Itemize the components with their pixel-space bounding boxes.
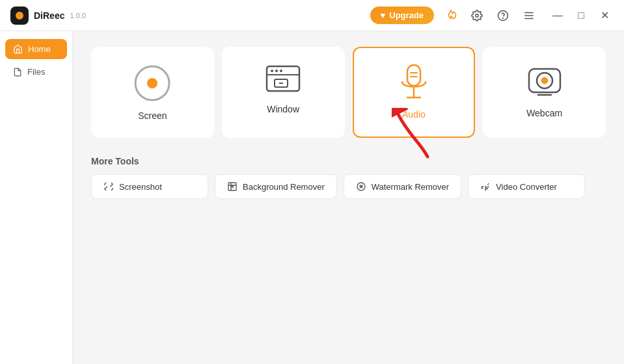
card-webcam-label: Webcam [526, 108, 562, 118]
tool-screenshot-label: Screenshot [119, 182, 162, 192]
card-webcam[interactable]: Webcam [483, 47, 606, 138]
sidebar: Home Files [0, 31, 73, 364]
bg-remover-icon [227, 181, 237, 192]
title-bar: DiReec 1.0.0 ♥ Upgrade [0, 0, 624, 31]
upgrade-button[interactable]: ♥ Upgrade [370, 6, 434, 24]
svg-point-0 [476, 14, 479, 17]
card-window-label: Window [267, 104, 299, 114]
tool-screenshot[interactable]: Screenshot [91, 174, 208, 199]
app-logo: DiReec 1.0.0 [10, 6, 370, 25]
tool-video-converter-label: Video Converter [496, 182, 557, 192]
window-controls: — □ ✕ [549, 6, 614, 25]
tool-bg-remover-label: Background Remover [243, 182, 325, 192]
tool-bg-remover[interactable]: Background Remover [215, 174, 337, 199]
svg-line-26 [111, 185, 112, 187]
menu-icon-button[interactable] [520, 6, 538, 25]
audio-icon [398, 64, 429, 101]
watermark-remover-icon [356, 181, 366, 192]
card-screen-label: Screen [138, 110, 167, 121]
files-icon [13, 68, 22, 77]
sidebar-item-home[interactable]: Home [5, 39, 67, 59]
minimize-button[interactable]: — [549, 6, 567, 25]
svg-point-11 [280, 70, 282, 72]
settings-icon-button[interactable] [468, 6, 486, 25]
cards-row: Screen Window [91, 47, 606, 138]
card-audio[interactable]: Audio [353, 47, 476, 138]
sidebar-item-files[interactable]: Files [5, 62, 67, 82]
tool-video-converter[interactable]: Video Converter [468, 174, 585, 199]
sidebar-home-label: Home [28, 44, 51, 54]
screen-icon [133, 64, 172, 103]
sidebar-files-label: Files [27, 67, 45, 77]
card-window[interactable]: Window [222, 47, 345, 138]
card-audio-label: Audio [402, 109, 426, 120]
video-converter-icon [480, 181, 491, 192]
card-screen[interactable]: Screen [91, 47, 214, 138]
logo-dot [16, 12, 23, 20]
svg-point-22 [541, 77, 548, 84]
help-icon-button[interactable] [494, 6, 512, 25]
tools-grid: Screenshot Background Remover [91, 174, 606, 199]
tool-watermark-remover-label: Watermark Remover [372, 182, 449, 192]
more-tools-label: More Tools [91, 156, 606, 166]
logo-icon [10, 6, 29, 25]
webcam-icon [525, 64, 564, 100]
svg-point-9 [271, 70, 273, 72]
main-layout: Home Files Screen [0, 31, 624, 364]
tool-watermark-remover[interactable]: Watermark Remover [344, 174, 461, 199]
more-tools-section: More Tools Screenshot [91, 156, 606, 199]
svg-rect-15 [407, 65, 420, 86]
svg-point-10 [275, 70, 278, 72]
window-icon [264, 64, 302, 96]
svg-line-25 [105, 187, 107, 188]
title-bar-actions: ♥ Upgrade [370, 6, 614, 25]
content-area: Screen Window [73, 31, 624, 364]
svg-point-7 [147, 78, 157, 88]
heart-icon: ♥ [381, 10, 386, 20]
screenshot-icon [103, 181, 114, 192]
flame-icon-button[interactable] [442, 6, 460, 25]
app-version: 1.0.0 [70, 12, 85, 20]
home-icon [13, 44, 23, 54]
maximize-button[interactable]: □ [572, 6, 590, 25]
close-button[interactable]: ✕ [595, 6, 614, 25]
app-name: DiReec [34, 10, 64, 21]
